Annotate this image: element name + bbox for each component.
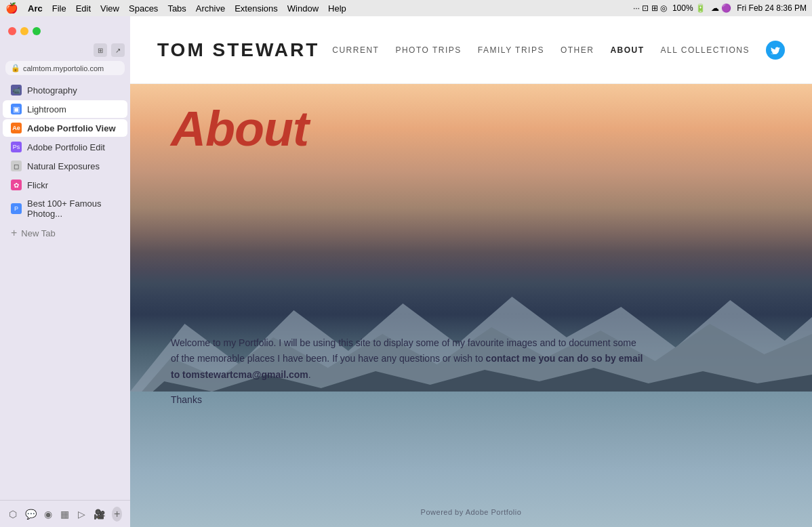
sidebar-tab-label: Lightroom xyxy=(27,104,66,114)
menu-view[interactable]: View xyxy=(100,3,119,14)
nav-about[interactable]: ABOUT xyxy=(610,45,644,55)
menu-edit[interactable]: Edit xyxy=(76,3,91,14)
menu-file[interactable]: File xyxy=(52,3,66,14)
site-header: TOM STEWART CURRENT PHOTO TRIPS FAMILY T… xyxy=(130,16,812,84)
minimize-button[interactable] xyxy=(20,27,28,35)
photography-icon: 📹 xyxy=(11,85,22,96)
sidebar-tab-label: Flickr xyxy=(27,180,48,190)
lock-icon: 🔒 xyxy=(11,64,20,72)
nav-all-collections[interactable]: ALL COLLECTIONS xyxy=(661,45,750,55)
content-area: TOM STEWART CURRENT PHOTO TRIPS FAMILY T… xyxy=(130,16,812,527)
nav-current[interactable]: CURRENT xyxy=(332,45,379,55)
sidebar-item-adobe-portfolio-view[interactable]: Ae Adobe Portfolio View xyxy=(3,119,127,137)
url-bar[interactable]: 🔒 calmtom.myportolio.com xyxy=(5,61,125,75)
sidebar-controls: ⊞ ↗ xyxy=(0,43,130,61)
sidebar-item-natural-exposures[interactable]: ◻ Natural Exposures xyxy=(3,157,127,175)
nav-family-trips[interactable]: FAMILY TRIPS xyxy=(478,45,544,55)
sidebar-toggle[interactable]: ⊞ xyxy=(94,43,107,57)
hero-section: About Welcome to my Portfolio. I will be… xyxy=(130,84,812,527)
best100-icon: P xyxy=(11,203,22,214)
sidebar-item-best100[interactable]: P Best 100+ Famous Photog... xyxy=(3,195,127,222)
sidebar-tab-label: Adobe Portfolio Edit xyxy=(27,142,105,152)
menu-spaces[interactable]: Spaces xyxy=(129,3,158,14)
menubar-extras: ☁ 🟣 xyxy=(711,3,731,13)
site-title: TOM STEWART xyxy=(157,39,319,61)
sidebar: ⊞ ↗ 🔒 calmtom.myportolio.com 📹 Photograp… xyxy=(0,16,130,527)
bottom-toolbar: ⬡ 💬 ◉ ▦ ▷ 🎥 + xyxy=(0,500,130,527)
maximize-button[interactable] xyxy=(33,27,41,35)
nav-photo-trips[interactable]: PHOTO TRIPS xyxy=(395,45,461,55)
about-heading: About xyxy=(171,104,308,153)
adobe-pv-icon: Ae xyxy=(11,123,22,133)
sidebar-tab-label: Best 100+ Famous Photog... xyxy=(27,198,119,219)
menubar: 🍎 Arc File Edit View Spaces Tabs Archive… xyxy=(0,0,812,16)
ne-icon: ◻ xyxy=(11,161,22,171)
twitter-button[interactable] xyxy=(766,41,785,60)
menubar-icons: ··· ⊡ ⊞ ◎ xyxy=(633,3,667,13)
new-tab-label: New Tab xyxy=(21,228,55,238)
menu-extensions[interactable]: Extensions xyxy=(235,3,278,14)
twitter-icon xyxy=(771,46,780,54)
water xyxy=(130,392,812,527)
main-layout: ⊞ ↗ 🔒 calmtom.myportolio.com 📹 Photograp… xyxy=(0,16,812,527)
menu-archive[interactable]: Archive xyxy=(196,3,225,14)
plus-icon: + xyxy=(11,227,17,239)
sidebar-item-adobe-portfolio-edit[interactable]: Ps Adobe Portfolio Edit xyxy=(3,138,127,156)
menu-tabs[interactable]: Tabs xyxy=(167,3,186,14)
sidebar-item-lightroom[interactable]: ▣ Lightroom xyxy=(3,100,127,118)
flickr-icon: ✿ xyxy=(11,180,22,190)
sidebar-tab-label: Adobe Portfolio View xyxy=(27,123,116,133)
toolbar-icon-6[interactable]: 🎥 xyxy=(94,507,105,522)
add-tab-button[interactable]: + xyxy=(112,507,122,522)
lightroom-icon: ▣ xyxy=(11,104,22,114)
battery-indicator: 100% 🔋 xyxy=(672,3,706,13)
toolbar-icon-5[interactable]: ▷ xyxy=(77,507,87,522)
powered-by: Powered by Adobe Portfolio xyxy=(421,508,522,516)
menu-help[interactable]: Help xyxy=(328,3,346,14)
new-tab-button[interactable]: + New Tab xyxy=(3,224,127,243)
sidebar-item-photography[interactable]: 📹 Photography xyxy=(3,81,127,99)
apple-menu[interactable]: 🍎 xyxy=(5,2,18,14)
sidebar-item-flickr[interactable]: ✿ Flickr xyxy=(3,176,127,194)
site-nav: CURRENT PHOTO TRIPS FAMILY TRIPS OTHER A… xyxy=(332,41,785,60)
about-thanks: Thanks xyxy=(171,394,676,405)
adobe-pe-icon: Ps xyxy=(11,142,22,152)
sidebar-action[interactable]: ↗ xyxy=(111,43,125,57)
url-text: calmtom.myportolio.com xyxy=(23,64,104,72)
toolbar-icon-2[interactable]: 💬 xyxy=(25,507,37,522)
datetime: Fri Feb 24 8:36 PM xyxy=(737,3,807,13)
menu-arc[interactable]: Arc xyxy=(28,3,43,14)
about-paragraph: Welcome to my Portfolio. I will be using… xyxy=(171,335,645,383)
window-controls xyxy=(0,22,130,43)
about-text-content: Welcome to my Portfolio. I will be using… xyxy=(171,337,643,381)
close-button[interactable] xyxy=(8,27,16,35)
toolbar-icon-3[interactable]: ◉ xyxy=(43,507,54,522)
sidebar-tab-label: Photography xyxy=(27,85,77,96)
sidebar-tab-label: Natural Exposures xyxy=(27,161,100,171)
menu-window[interactable]: Window xyxy=(287,3,319,14)
nav-other[interactable]: OTHER xyxy=(561,45,594,55)
about-section: About xyxy=(171,104,308,167)
about-text-box: Welcome to my Portfolio. I will be using… xyxy=(171,335,676,405)
toolbar-icon-1[interactable]: ⬡ xyxy=(8,507,18,522)
toolbar-icon-4[interactable]: ▦ xyxy=(60,507,70,522)
